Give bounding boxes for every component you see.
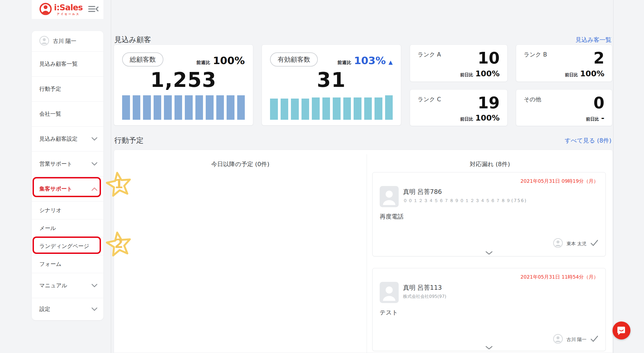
assignee-name: 古川 陽一 xyxy=(567,336,586,343)
sidebar-item-settings[interactable]: 設定 xyxy=(32,298,103,320)
assignee-avatar xyxy=(553,334,563,345)
content-right-divider xyxy=(613,0,614,353)
task-label: 再度電話 xyxy=(380,213,404,221)
missed-task-card[interactable]: 2021年05月31日 11時54分（月） 真明 呂菩113 株式会社会社095… xyxy=(372,268,606,351)
missed-task-card[interactable]: 2021年05月31日 09時19分（月） 真明 呂菩786 ００１２３４５６７… xyxy=(372,172,606,256)
active-customers-bar-chart xyxy=(270,95,393,120)
missed-column-header: 対応漏れ (8件) xyxy=(367,160,613,168)
logo-person-icon xyxy=(39,3,52,16)
week-compare-stat: 前週比 103% ▲ xyxy=(337,55,393,67)
contact-name: 真明 呂菩786 xyxy=(403,188,442,196)
sidebar-item-form[interactable]: フォーム xyxy=(32,255,103,273)
week-compare-stat: 前週比 100% xyxy=(196,55,245,67)
assignee-name: 東本 太児 xyxy=(567,241,586,247)
task-label: テスト xyxy=(380,308,398,317)
chevron-down-icon xyxy=(91,307,97,311)
metric-card-total-customers: 総顧客数 前週比 100% 1,253 xyxy=(114,45,253,125)
contact-avatar xyxy=(380,282,399,304)
expand-chevron-icon[interactable] xyxy=(373,346,605,350)
sidebar: 古川 陽一 見込み顧客一覧 行動予定 会社一覧 見込み顧客設定 営業サポート 集… xyxy=(32,31,103,320)
panel-column-divider xyxy=(367,154,367,353)
contact-phone: ００１２３４５６７８９０１２３４５６７８９(756) xyxy=(403,198,527,204)
chat-bubble-icon xyxy=(616,325,627,336)
annotation-star-badge-2: 2 xyxy=(105,230,132,260)
total-customers-value: 1,253 xyxy=(114,68,253,92)
user-name: 古川 陽一 xyxy=(53,37,76,45)
user-avatar xyxy=(39,36,49,47)
rank-card-other: その他 0 前日比 - xyxy=(516,89,612,126)
sidebar-item-landing-page[interactable]: ランディングページ xyxy=(32,237,103,255)
task-datetime: 2021年05月31日 09時19分（月） xyxy=(521,178,598,184)
task-footer: 古川 陽一 xyxy=(553,333,598,345)
task-datetime: 2021年05月31日 11時54分（月） xyxy=(521,274,598,280)
see-all-link[interactable]: すべて見る (8件) xyxy=(519,137,611,145)
brand-name: i:Sales xyxy=(54,4,83,12)
task-footer: 東本 太児 xyxy=(553,238,598,250)
sidebar-collapse-icon[interactable] xyxy=(88,5,99,14)
upcoming-column-header: 今日以降の予定 (0件) xyxy=(114,160,367,168)
annotation-star-badge-1: 1 xyxy=(105,170,132,200)
sidebar-user: 古川 陽一 xyxy=(32,31,103,52)
metric-card-active-customers: 有効顧客数 前週比 103% ▲ 31 xyxy=(262,45,401,125)
complete-check-icon[interactable] xyxy=(590,239,598,248)
sidebar-header: i:Sales アイセールス xyxy=(32,0,103,19)
sidebar-item-sales-support[interactable]: 営業サポート xyxy=(32,152,103,177)
rank-card-c: ランク C 19 前日比 100% xyxy=(410,89,507,126)
app-logo: i:Sales アイセールス xyxy=(39,3,83,16)
active-customers-value: 31 xyxy=(262,68,401,92)
metric-badge: 総顧客数 xyxy=(122,52,163,67)
sidebar-item-action-schedule[interactable]: 行動予定 xyxy=(32,77,103,102)
contact-name: 真明 呂菩113 xyxy=(403,283,442,292)
expand-chevron-icon[interactable] xyxy=(373,251,605,255)
complete-check-icon[interactable] xyxy=(590,335,598,343)
metric-badge: 有効顧客数 xyxy=(270,52,318,67)
sidebar-item-mail[interactable]: メール xyxy=(32,219,103,237)
chat-support-button[interactable] xyxy=(613,322,630,339)
sidebar-item-prospect-list[interactable]: 見込み顧客一覧 xyxy=(32,52,103,77)
up-triangle-icon: ▲ xyxy=(389,59,393,65)
contact-avatar xyxy=(380,186,399,208)
assignee-avatar xyxy=(553,238,563,249)
sidebar-item-manual[interactable]: マニュアル xyxy=(32,273,103,298)
rank-card-b: ランク B 2 前日比 100% xyxy=(516,45,612,82)
contact-company: 株式会社会社095(97) xyxy=(403,294,446,300)
sidebar-item-marketing-support[interactable]: 集客サポート xyxy=(32,177,103,201)
chevron-down-icon xyxy=(91,137,97,141)
sidebar-item-scenario[interactable]: シナリオ xyxy=(32,201,103,219)
chevron-down-icon xyxy=(91,284,97,288)
prospects-title: 見込み顧客 xyxy=(114,35,151,45)
brand-subtitle: アイセールス xyxy=(57,13,80,15)
sidebar-item-company-list[interactable]: 会社一覧 xyxy=(32,102,103,127)
sidebar-item-prospect-settings[interactable]: 見込み顧客設定 xyxy=(32,127,103,152)
chevron-down-icon xyxy=(91,162,97,166)
rank-card-a: ランク A 10 前日比 100% xyxy=(410,45,507,82)
chevron-up-icon xyxy=(91,187,97,191)
schedule-title: 行動予定 xyxy=(114,135,144,145)
prospect-list-link[interactable]: 見込み客一覧 xyxy=(519,36,611,44)
total-customers-bar-chart xyxy=(122,95,245,120)
